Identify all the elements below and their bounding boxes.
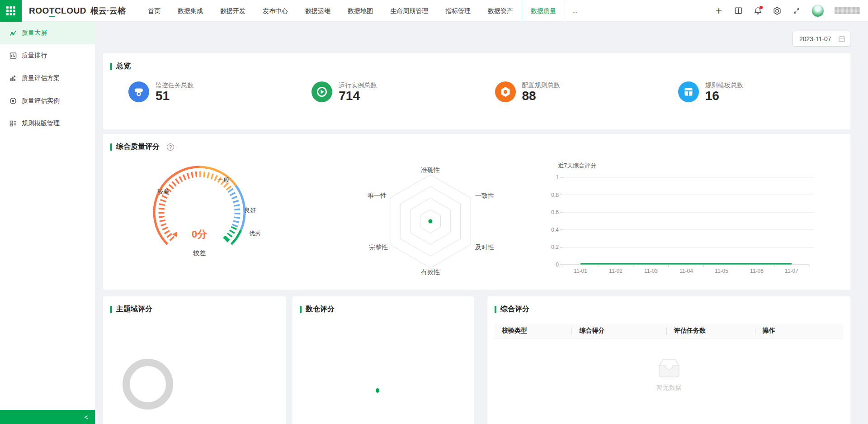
table-header-actions: 操作: [755, 324, 843, 338]
table-header-score: 综合得分: [572, 324, 667, 338]
nav-item-data-development[interactable]: 数据开发: [212, 0, 254, 21]
nav-item-data-map[interactable]: 数据地图: [339, 0, 382, 21]
monitor-camera-icon: [128, 81, 149, 102]
title-accent-bar: [300, 306, 302, 313]
nav-item-data-quality[interactable]: 数据质量: [522, 0, 565, 21]
date-value: 2023-11-07: [799, 35, 831, 43]
nav-item-data-integration[interactable]: 数据集成: [169, 0, 212, 21]
radar-axis-consistency: 一致性: [475, 192, 494, 200]
theme-domain-score-card: 主题域评分: [103, 296, 286, 424]
plus-icon[interactable]: +: [714, 6, 723, 15]
charts-canvas: [110, 155, 843, 285]
top-nav: 首页 数据集成 数据开发 发布中心 数据运维 数据地图 生命周期管理 指标管理 …: [139, 0, 585, 22]
empty-state: 暂无数据: [495, 357, 843, 392]
y-axis-tick: 1: [543, 174, 559, 181]
nav-item-data-ops[interactable]: 数据运维: [297, 0, 339, 21]
trend-chart-title: 近7天综合评分: [558, 162, 596, 170]
title-accent-bar: [110, 63, 112, 70]
overview-stats: 监控任务总数 51 运行实例总数 714 配置规则总数: [110, 81, 843, 103]
nav-item-lifecycle[interactable]: 生命周期管理: [382, 0, 437, 21]
summary-table: 校验类型 综合得分 评估任务数 操作 暂无数据: [495, 324, 843, 392]
x-axis-tick: 11-07: [785, 268, 798, 274]
chart-plan-icon: [9, 75, 17, 82]
target-icon: [9, 97, 17, 105]
sidebar-collapse-button[interactable]: <: [0, 410, 95, 424]
radar-axis-uniqueness: 唯一性: [368, 192, 387, 200]
warehouse-chart-point: [376, 388, 379, 393]
gauge-label-fair: 一般: [217, 176, 229, 184]
sidebar-item-label: 质量排行: [22, 52, 47, 60]
table-header-row: 校验类型 综合得分 评估任务数 操作: [495, 324, 843, 338]
nav-item-metrics[interactable]: 指标管理: [437, 0, 479, 21]
sidebar-item-rule-template[interactable]: 规则模版管理: [0, 112, 95, 135]
topbar-actions: +: [714, 5, 868, 17]
y-axis-tick: 0.6: [543, 209, 559, 215]
sidebar-item-label: 质量评估实例: [22, 97, 60, 105]
gauge-label-excellent: 优秀: [249, 229, 261, 238]
stat-value: 88: [522, 89, 560, 103]
fullscreen-icon[interactable]: [792, 6, 801, 15]
logo-text: ROO: [29, 6, 49, 15]
empty-state-text: 暂无数据: [656, 384, 682, 392]
x-axis-tick: 11-04: [679, 268, 693, 274]
line-chart-icon: [9, 29, 17, 37]
x-axis-tick: 11-03: [644, 268, 658, 274]
stat-label: 规则模板总数: [705, 81, 743, 89]
radar-axis-validity: 有效性: [421, 268, 440, 276]
section-title: 综合质量评分: [116, 142, 160, 152]
username-redacted[interactable]: [835, 7, 860, 14]
date-picker[interactable]: 2023-11-07: [793, 31, 850, 47]
page-toolbar: 2023-11-07: [95, 22, 868, 53]
sidebar-item-quality-dashboard[interactable]: 质量大屏: [0, 22, 95, 44]
section-title: 数仓评分: [306, 305, 335, 314]
nav-item-publish-center[interactable]: 发布中心: [254, 0, 297, 21]
section-title: 总览: [116, 62, 131, 71]
topbar: ROOTCLOUD 根云·云榕 首页 数据集成 数据开发 发布中心 数据运维 数…: [0, 0, 868, 22]
quality-score-card: 综合质量评分 ?: [103, 134, 850, 290]
theme-donut-chart: [123, 359, 173, 410]
nav-more-button[interactable]: ...: [565, 7, 585, 14]
y-axis-tick: 0.8: [543, 192, 559, 198]
template-manage-icon: [9, 120, 17, 127]
stat-rule-templates: 规则模板总数 16: [660, 81, 843, 103]
quality-charts: 较差 一般 良好 优秀 0分 较差 准确性 一致性 及时性 有效性 完整性 唯一…: [110, 155, 843, 285]
stat-running-instances: 运行实例总数 714: [293, 81, 476, 103]
sidebar-item-quality-plan[interactable]: 质量评估方案: [0, 67, 95, 90]
chevron-left-icon: <: [84, 413, 88, 421]
stat-value: 714: [339, 89, 377, 103]
x-axis-tick: 11-05: [715, 268, 728, 274]
calendar-icon: [838, 35, 845, 43]
y-axis-tick: 0.2: [543, 244, 559, 250]
stat-monitor-tasks: 监控任务总数 51: [110, 81, 293, 103]
stat-label: 监控任务总数: [156, 81, 193, 89]
sidebar: 质量大屏 质量排行 质量评估方案 质量评估实例 规则模版管理 <: [0, 22, 95, 424]
stat-label: 配置规则总数: [522, 81, 560, 89]
bottom-cards-row: 主题域评分 数仓评分 综合评分 校验类型 综合得分 评估任务数 操作: [103, 296, 850, 424]
radar-axis-timeliness: 及时性: [475, 243, 494, 252]
overview-title: 总览: [110, 62, 843, 71]
help-icon[interactable]: ?: [167, 143, 174, 151]
app-launcher-grid-icon[interactable]: [0, 0, 22, 22]
sidebar-item-quality-instance[interactable]: 质量评估实例: [0, 90, 95, 112]
sidebar-item-label: 质量大屏: [22, 29, 47, 37]
warehouse-score-card: 数仓评分: [292, 296, 474, 424]
book-icon[interactable]: [734, 6, 743, 15]
sidebar-item-label: 规则模版管理: [22, 119, 60, 128]
stat-configured-rules: 配置规则总数 88: [477, 81, 660, 103]
logo-text-t: T: [49, 6, 55, 17]
nav-item-home[interactable]: 首页: [139, 0, 169, 21]
brand-logo: ROOTCLOUD 根云·云榕: [29, 5, 126, 16]
stat-value: 51: [156, 89, 193, 103]
table-header-task-count: 评估任务数: [667, 324, 755, 338]
logo-product-name: 根云·云榕: [90, 5, 126, 16]
settings-gear-icon[interactable]: [773, 6, 782, 15]
main-content: 2023-11-07 总览 监控任务总数 51: [95, 22, 868, 424]
user-avatar[interactable]: [811, 5, 824, 17]
gauge-pointer-icon: [172, 232, 177, 237]
nav-item-data-assets[interactable]: 数据资产: [479, 0, 522, 21]
title-accent-bar: [495, 306, 496, 313]
y-axis-tick: 0.4: [543, 227, 559, 233]
sidebar-item-quality-ranking[interactable]: 质量排行: [0, 44, 95, 67]
notification-bell-icon[interactable]: [753, 6, 762, 15]
title-accent-bar: [110, 306, 112, 313]
